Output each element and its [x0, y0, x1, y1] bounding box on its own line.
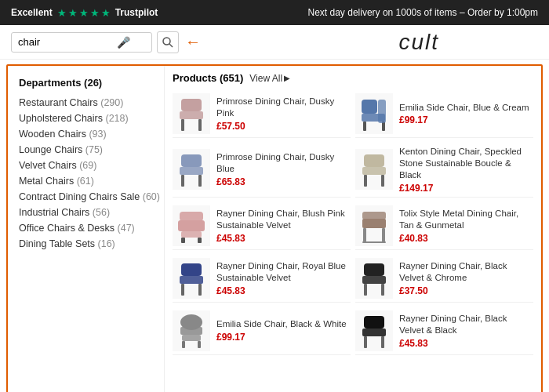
chevron-right-icon: ▶: [284, 74, 290, 82]
sidebar-item-count: (69): [79, 160, 96, 171]
sidebar-item[interactable]: Upholstered Chairs (218): [8, 111, 164, 126]
product-item[interactable]: Emilia Side Chair, Black & White £99.17: [173, 307, 351, 355]
sidebar-item-count: (56): [93, 207, 110, 218]
product-price: £65.83: [216, 176, 351, 187]
product-info: Primrose Dining Chair, Dusky Pink £57.50: [216, 96, 351, 132]
products-grid: Primrose Dining Chair, Dusky Pink £57.50…: [173, 90, 533, 355]
products-area: Products (651) View All ▶ Primrose Dinin…: [165, 66, 541, 392]
product-name: Primrose Dining Chair, Dusky Blue: [216, 151, 351, 175]
svg-point-0: [163, 38, 170, 45]
svg-rect-40: [182, 341, 185, 348]
sidebar-item-label: Velvet Chairs: [19, 160, 77, 171]
product-item[interactable]: Rayner Dining Chair, Black Velvet & Chro…: [355, 255, 533, 303]
sidebar-items: Restaurant Chairs (290)Upholstered Chair…: [8, 95, 164, 252]
product-info: Rayner Dining Chair, Black Velvet & Chro…: [399, 260, 533, 296]
sidebar-item[interactable]: Metal Chairs (61): [8, 173, 164, 189]
sidebar-item[interactable]: Contract Dining Chairs Sale (60): [8, 189, 164, 205]
product-item[interactable]: Emilia Side Chair, Blue & Cream £99.17: [355, 90, 533, 138]
svg-rect-3: [180, 111, 203, 119]
brand-logo: cult: [398, 30, 439, 55]
sidebar-item-count: (75): [85, 144, 103, 155]
product-price: £37.50: [399, 285, 533, 296]
product-price: £45.83: [399, 338, 533, 349]
search-input[interactable]: [18, 36, 112, 48]
star-3: ★: [79, 7, 89, 19]
product-item[interactable]: Primrose Dining Chair, Dusky Pink £57.50: [173, 90, 351, 138]
svg-rect-22: [181, 238, 185, 243]
product-image: [173, 93, 210, 134]
product-name: Emilia Side Chair, Blue & Cream: [399, 102, 533, 114]
svg-rect-11: [181, 154, 202, 167]
product-image: [173, 258, 210, 299]
svg-rect-21: [180, 212, 203, 221]
svg-rect-34: [362, 276, 386, 284]
sidebar-item[interactable]: Restaurant Chairs (290): [8, 95, 164, 111]
product-item[interactable]: Kenton Dining Chair, Speckled Stone Sust…: [355, 143, 533, 198]
svg-rect-26: [363, 228, 366, 243]
arrow-indicator: ←: [185, 33, 201, 51]
product-price: £57.50: [216, 121, 351, 132]
sidebar-item[interactable]: Industrial Chairs (56): [8, 205, 164, 220]
product-price: £45.83: [216, 233, 351, 244]
sidebar-item-label: Metal Chairs: [19, 176, 74, 187]
svg-rect-25: [362, 212, 386, 220]
trustpilot-logo: Trustpilot: [115, 7, 158, 18]
svg-rect-15: [364, 154, 384, 167]
product-name: Kenton Dining Chair, Speckled Stone Sust…: [399, 146, 533, 181]
sidebar-item[interactable]: Lounge Chairs (75): [8, 142, 164, 158]
product-info: Rayner Dining Chair, Royal Blue Sustaina…: [216, 260, 351, 296]
sidebar-item-label: Upholstered Chairs: [19, 113, 103, 124]
svg-rect-13: [181, 175, 184, 187]
product-name: Rayner Dining Chair, Black Velvet & Chro…: [399, 260, 533, 284]
svg-rect-8: [363, 122, 366, 131]
svg-rect-6: [362, 100, 377, 114]
star-4: ★: [90, 7, 100, 19]
svg-rect-35: [364, 284, 367, 296]
star-5: ★: [101, 7, 111, 19]
sidebar: Departments (26) Restaurant Chairs (290)…: [8, 66, 165, 392]
product-info: Kenton Dining Chair, Speckled Stone Sust…: [399, 146, 533, 194]
sidebar-item-count: (290): [100, 97, 123, 108]
product-item[interactable]: Rayner Dining Chair, Black Velvet & Blac…: [355, 307, 533, 355]
trustpilot-section: Excellent ★ ★ ★ ★ ★ Trustpilot: [11, 7, 158, 19]
product-image: [355, 258, 393, 299]
product-item[interactable]: Rayner Dining Chair, Royal Blue Sustaina…: [173, 255, 351, 303]
sidebar-item-label: Lounge Chairs: [19, 144, 82, 155]
svg-rect-30: [180, 276, 203, 284]
svg-rect-39: [182, 335, 201, 341]
mic-icon[interactable]: 🎤: [117, 36, 130, 49]
delivery-message: Next day delivery on 1000s of items – Or…: [308, 7, 538, 18]
sidebar-item-count: (218): [105, 113, 128, 124]
product-info: Rayner Dining Chair, Blush Pink Sustaina…: [216, 208, 351, 244]
product-item[interactable]: Tolix Style Metal Dining Chair, Tan & Gu…: [355, 202, 533, 250]
product-item[interactable]: Primrose Dining Chair, Dusky Blue £65.83: [173, 143, 351, 198]
sidebar-item[interactable]: Dining Table Sets (16): [8, 236, 164, 252]
svg-rect-28: [362, 241, 386, 243]
search-icon: [162, 37, 173, 48]
svg-rect-29: [181, 263, 202, 276]
product-image: [355, 93, 393, 134]
view-all-link[interactable]: View All ▶: [249, 73, 290, 84]
products-count: Products (651): [173, 72, 243, 84]
svg-rect-16: [362, 167, 386, 175]
svg-rect-33: [364, 263, 384, 276]
svg-rect-38: [180, 327, 202, 335]
product-image: [173, 310, 210, 351]
star-1: ★: [57, 7, 67, 19]
sidebar-item-count: (60): [143, 191, 160, 202]
sidebar-item[interactable]: Office Chairs & Desks (47): [8, 220, 164, 236]
search-button[interactable]: [157, 31, 179, 53]
svg-rect-4: [181, 119, 184, 131]
sidebar-item-count: (93): [89, 129, 106, 140]
svg-rect-43: [362, 328, 386, 336]
svg-rect-44: [364, 336, 367, 348]
sidebar-item[interactable]: Wooden Chairs (93): [8, 126, 164, 142]
product-image: [173, 149, 210, 190]
star-rating: ★ ★ ★ ★ ★: [57, 7, 111, 19]
sidebar-item[interactable]: Velvet Chairs (69): [8, 158, 164, 173]
search-input-wrapper[interactable]: 🎤: [11, 32, 152, 53]
sidebar-item-label: Wooden Chairs: [19, 129, 86, 140]
product-name: Rayner Dining Chair, Blush Pink Sustaina…: [216, 208, 351, 231]
product-price: £149.17: [399, 183, 533, 194]
product-item[interactable]: Rayner Dining Chair, Blush Pink Sustaina…: [173, 202, 351, 250]
